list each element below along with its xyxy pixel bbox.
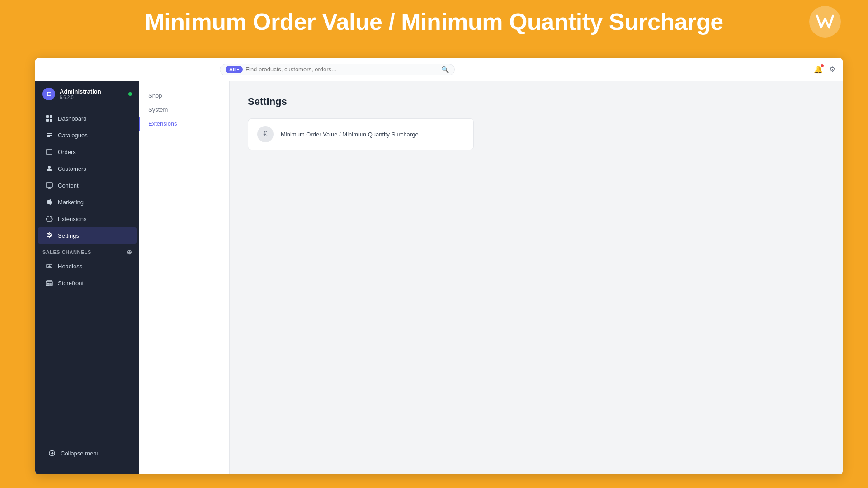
sidebar-item-label-extensions: Extensions — [58, 216, 87, 222]
sidebar-brand-text: Administration 6.6.2.0 — [60, 88, 101, 100]
extension-name: Minimum Order Value / Minimum Quantity S… — [281, 131, 419, 138]
settings-icon — [45, 231, 53, 239]
sidebar-logo: C — [42, 88, 55, 100]
page-title: Minimum Order Value / Minimum Quantity S… — [145, 8, 723, 35]
svg-rect-0 — [46, 115, 49, 118]
sidebar-item-label-headless: Headless — [58, 263, 82, 270]
notifications-bell[interactable]: 🔔 — [814, 65, 823, 74]
sales-channels-section: Sales Channels ⊕ — [35, 244, 139, 258]
settings-nav-shop[interactable]: Shop — [139, 89, 229, 103]
extensions-icon — [45, 215, 53, 223]
svg-rect-1 — [50, 115, 52, 118]
settings-nav: Shop System Extensions — [139, 81, 230, 474]
sidebar-item-label-marketing: Marketing — [58, 199, 84, 206]
storefront-icon — [45, 279, 53, 287]
svg-rect-2 — [46, 119, 49, 122]
dashboard-icon — [45, 114, 53, 122]
sidebar-item-headless[interactable]: Headless — [38, 258, 137, 274]
sidebar-item-orders[interactable]: Orders — [38, 144, 137, 160]
main-layout: C Administration 6.6.2.0 Dashboard — [35, 81, 843, 474]
w-logo-icon — [815, 12, 835, 32]
sidebar-nav: Dashboard Catalogues Orders — [35, 106, 139, 441]
settings-main-content: Settings € Minimum Order Value / Minimum… — [230, 81, 843, 474]
sidebar: C Administration 6.6.2.0 Dashboard — [35, 81, 139, 474]
collapse-menu-button[interactable]: Collapse menu — [41, 445, 134, 461]
svg-point-5 — [48, 166, 51, 169]
sidebar-item-marketing[interactable]: Marketing — [38, 194, 137, 210]
settings-page-title: Settings — [248, 96, 825, 108]
sidebar-item-settings[interactable]: Settings — [38, 227, 137, 244]
orders-icon — [45, 148, 53, 156]
settings-nav-system[interactable]: System — [139, 103, 229, 117]
extension-card-min-order[interactable]: € Minimum Order Value / Minimum Quantity… — [248, 118, 474, 150]
svg-rect-6 — [46, 183, 52, 187]
sidebar-item-label-storefront: Storefront — [58, 280, 84, 286]
sidebar-item-label-content: Content — [58, 182, 79, 189]
sidebar-item-extensions[interactable]: Extensions — [38, 211, 137, 227]
title-bar: Minimum Order Value / Minimum Quantity S… — [0, 0, 868, 43]
collapse-menu-label: Collapse menu — [61, 450, 100, 457]
top-bar: All 🔍 🔔 ⚙ — [35, 58, 843, 81]
top-bar-actions: 🔔 ⚙ — [814, 65, 835, 74]
sidebar-brand: C Administration 6.6.2.0 — [35, 81, 139, 106]
settings-nav-extensions[interactable]: Extensions — [139, 117, 229, 131]
sidebar-item-label-settings: Settings — [58, 232, 79, 239]
extension-info: Minimum Order Value / Minimum Quantity S… — [281, 131, 419, 138]
sidebar-item-storefront[interactable]: Storefront — [38, 275, 137, 291]
settings-icon-top[interactable]: ⚙ — [829, 65, 835, 74]
svg-rect-8 — [46, 282, 52, 286]
sidebar-item-label-customers: Customers — [58, 165, 86, 172]
sales-channels-label: Sales Channels — [42, 249, 91, 255]
content-icon — [45, 181, 53, 189]
sidebar-item-label-catalogues: Catalogues — [58, 132, 88, 139]
customers-icon — [45, 164, 53, 173]
sidebar-brand-version: 6.6.2.0 — [60, 95, 101, 100]
sidebar-item-label-dashboard: Dashboard — [58, 115, 87, 122]
catalogues-icon — [45, 131, 53, 139]
notification-dot — [821, 64, 824, 67]
svg-rect-3 — [50, 119, 52, 122]
search-filter-all[interactable]: All — [226, 66, 243, 73]
search-bar[interactable]: All 🔍 — [220, 64, 455, 75]
sidebar-item-dashboard[interactable]: Dashboard — [38, 110, 137, 127]
content-area: Shop System Extensions Settings € Mini — [139, 81, 843, 474]
sidebar-bottom: Collapse menu — [35, 441, 139, 465]
sidebar-brand-name: Administration — [60, 88, 101, 95]
search-input[interactable] — [245, 66, 439, 73]
sidebar-item-customers[interactable]: Customers — [38, 160, 137, 177]
sidebar-item-content[interactable]: Content — [38, 177, 137, 193]
sidebar-status-dot — [128, 92, 132, 96]
extension-euro-icon: € — [257, 126, 274, 142]
sidebar-item-label-orders: Orders — [58, 149, 76, 155]
svg-rect-4 — [47, 149, 52, 155]
collapse-icon — [48, 449, 56, 457]
browser-window: All 🔍 🔔 ⚙ C Administration 6.6.2.0 — [35, 58, 843, 474]
add-sales-channel-icon[interactable]: ⊕ — [127, 249, 132, 256]
headless-icon — [45, 262, 53, 270]
sidebar-item-catalogues[interactable]: Catalogues — [38, 127, 137, 143]
marketing-icon — [45, 198, 53, 206]
search-button[interactable]: 🔍 — [441, 66, 449, 73]
brand-logo — [809, 6, 841, 38]
